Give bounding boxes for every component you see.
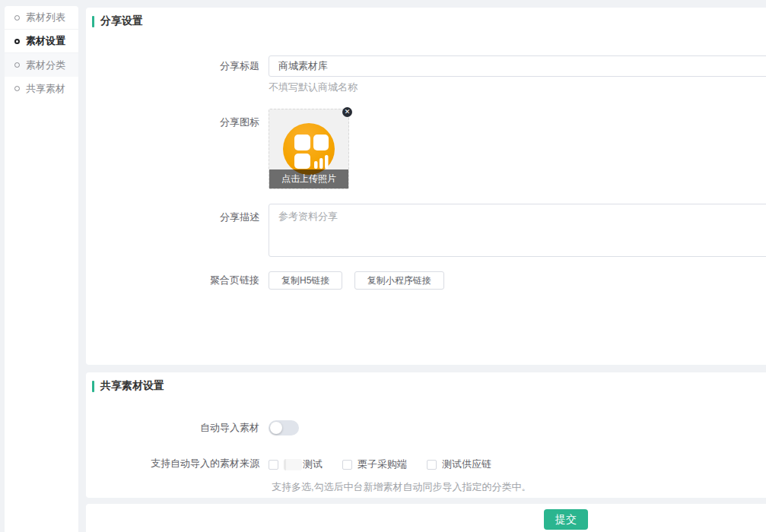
section-accent-bar-icon [92, 16, 94, 27]
app-grid-chart-icon [281, 122, 336, 176]
share-settings-card: 分享设置 分享标题 不填写默认商城名称 分享图标 ✕ [86, 8, 766, 365]
share-title-input[interactable] [269, 55, 766, 77]
aggregate-link-label: 聚合页链接 [86, 271, 269, 290]
sidebar-item-material-list[interactable]: 素材列表 [5, 6, 78, 30]
upload-photo-button[interactable]: 点击上传照片 [269, 169, 348, 188]
checkbox-icon[interactable] [269, 460, 278, 470]
section-accent-bar-icon [92, 381, 94, 392]
section-header: 分享设置 [86, 8, 766, 28]
section-title: 分享设置 [100, 14, 143, 28]
checkbox-icon[interactable] [342, 460, 352, 470]
shared-material-settings-card: 共享素材设置 自动导入素材 支持自动导入的素材来源 测试 栗子采购端 [86, 372, 766, 498]
main-content: 分享设置 分享标题 不填写默认商城名称 分享图标 ✕ [86, 0, 766, 532]
sidebar-item-material-settings[interactable]: 素材设置 [5, 30, 78, 53]
icon-upload-box[interactable]: ✕ 点击 [269, 109, 349, 189]
share-desc-row: 分享描述 [86, 204, 766, 257]
auto-import-row: 自动导入素材 [86, 420, 299, 435]
auto-import-toggle[interactable] [269, 420, 299, 435]
import-sources-label: 支持自动导入的素材来源 [86, 458, 269, 471]
aggregate-link-row: 聚合页链接 复制H5链接 复制小程序链接 [86, 271, 453, 290]
remove-image-icon[interactable]: ✕ [342, 107, 352, 117]
share-title-hint: 不填写默认商城名称 [269, 81, 358, 94]
radio-circle-icon [14, 39, 20, 44]
checkbox-label: 测试供应链 [442, 458, 491, 471]
auto-import-label: 自动导入素材 [86, 420, 269, 435]
link-buttons: 复制H5链接 复制小程序链接 [269, 271, 453, 290]
share-title-row: 分享标题 [86, 55, 766, 77]
checkbox-label: 测试 [303, 458, 323, 471]
import-sources-hint: 支持多选,勾选后中台新增素材自动同步导入指定的分类中。 [272, 480, 532, 494]
source-checkbox-test-supply-chain[interactable]: 测试供应链 [427, 458, 491, 471]
section-title: 共享素材设置 [100, 379, 164, 393]
sidebar-item-shared-material[interactable]: 共享素材 [5, 77, 78, 100]
section-header: 共享素材设置 [86, 372, 766, 393]
source-checkbox-lizi-procurement[interactable]: 栗子采购端 [342, 458, 407, 471]
checkbox-icon[interactable] [427, 460, 437, 470]
source-checkbox-test[interactable]: 测试 [269, 458, 323, 471]
share-desc-label: 分享描述 [86, 204, 269, 257]
share-icon-label: 分享图标 [86, 109, 269, 189]
source-checkbox-group: 测试 栗子采购端 测试供应链 [269, 458, 491, 471]
toggle-knob-icon [270, 422, 282, 434]
copy-h5-link-button[interactable]: 复制H5链接 [269, 271, 342, 290]
radio-circle-icon [14, 15, 20, 21]
submit-button[interactable]: 提交 [544, 509, 588, 530]
sidebar-item-label: 素材列表 [26, 11, 65, 24]
sidebar: 素材列表 素材设置 素材分类 共享素材 [5, 6, 78, 532]
sidebar-item-label: 素材设置 [26, 34, 65, 48]
copy-miniprogram-link-button[interactable]: 复制小程序链接 [354, 271, 444, 290]
sidebar-item-label: 共享素材 [26, 82, 65, 96]
sidebar-item-material-category[interactable]: 素材分类 [5, 53, 78, 77]
share-title-label: 分享标题 [86, 55, 269, 77]
share-icon-row: 分享图标 ✕ [86, 109, 349, 189]
sidebar-item-label: 素材分类 [26, 59, 65, 72]
import-sources-row: 支持自动导入的素材来源 测试 栗子采购端 测试供应链 [86, 458, 491, 471]
submit-bar-card: 提交 [86, 504, 766, 532]
radio-circle-icon [14, 86, 20, 91]
radio-circle-icon [14, 62, 20, 68]
checkbox-label: 栗子采购端 [358, 458, 407, 471]
redacted-text [284, 459, 302, 470]
share-desc-textarea[interactable] [269, 204, 766, 257]
